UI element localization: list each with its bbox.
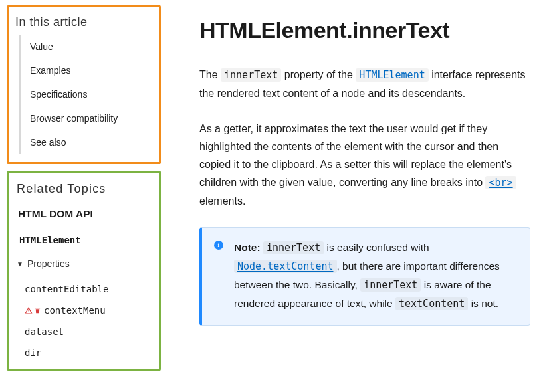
code-textcontent: Node.textContent xyxy=(234,260,337,273)
note-label: Note: xyxy=(234,242,261,253)
second-paragraph: As a getter, it approximates the text th… xyxy=(199,120,530,210)
sidebar: In this article Value Examples Specifica… xyxy=(0,0,165,392)
main-content: HTMLElement.innerText The innerText prop… xyxy=(165,0,549,392)
br-link[interactable]: <br> xyxy=(485,177,516,188)
textcontent-link[interactable]: Node.textContent xyxy=(234,260,337,272)
property-item[interactable]: dataset xyxy=(25,321,152,342)
toc-item[interactable]: See also xyxy=(21,130,152,154)
properties-toggle[interactable]: ▼ Properties xyxy=(17,258,152,269)
text: The xyxy=(199,69,221,80)
property-item[interactable]: contentEditable xyxy=(25,278,152,300)
deprecated-badges xyxy=(25,306,41,314)
info-icon: i xyxy=(214,241,223,250)
toc-item[interactable]: Specifications xyxy=(21,82,152,106)
trash-icon xyxy=(34,306,41,314)
property-name: dir xyxy=(25,347,41,358)
code-innertext: innerText xyxy=(263,241,324,254)
in-this-article-list: Value Examples Specifications Browser co… xyxy=(19,35,152,154)
note-callout: i Note: innerText is easily confused wit… xyxy=(199,227,530,326)
code-innertext: innerText xyxy=(360,278,421,292)
htmlelement-link[interactable]: HTMLElement xyxy=(356,69,428,80)
class-name-link[interactable]: HTMLElement xyxy=(19,235,152,245)
chevron-down-icon: ▼ xyxy=(17,260,23,268)
in-this-article-heading: In this article xyxy=(15,15,152,29)
properties-list: contentEditable contextMenu dataset dir xyxy=(25,278,152,363)
text: property of the xyxy=(281,69,356,80)
property-name: dataset xyxy=(25,326,64,337)
code-br: <br> xyxy=(485,176,516,189)
note-body: Note: innerText is easily confused with … xyxy=(234,239,518,313)
code-textcontent: textContent xyxy=(395,297,468,310)
warning-icon xyxy=(25,306,33,314)
property-name: contextMenu xyxy=(44,305,106,316)
toc-item[interactable]: Browser compatibility xyxy=(21,106,152,130)
api-name-link[interactable]: HTML DOM API xyxy=(18,208,152,220)
property-item[interactable]: contextMenu xyxy=(25,300,152,321)
intro-paragraph: The innerText property of the HTMLElemen… xyxy=(199,66,530,102)
property-name: contentEditable xyxy=(25,284,108,294)
code-innertext: innerText xyxy=(221,68,281,82)
property-item[interactable]: dir xyxy=(25,342,152,363)
text: is easily confused with xyxy=(324,242,429,253)
properties-label: Properties xyxy=(27,258,70,269)
code-htmlelement: HTMLElement xyxy=(356,68,428,82)
toc-item[interactable]: Examples xyxy=(21,58,152,82)
toc-item[interactable]: Value xyxy=(21,35,152,58)
text: is not. xyxy=(468,298,498,309)
text: elements. xyxy=(199,195,245,207)
page-title: HTMLElement.innerText xyxy=(199,17,530,43)
text: As a getter, it approximates the text th… xyxy=(199,123,512,189)
related-topics-heading: Related Topics xyxy=(17,182,152,196)
related-topics-nav: Related Topics HTML DOM API HTMLElement … xyxy=(7,171,161,371)
in-this-article-nav: In this article Value Examples Specifica… xyxy=(7,5,161,164)
